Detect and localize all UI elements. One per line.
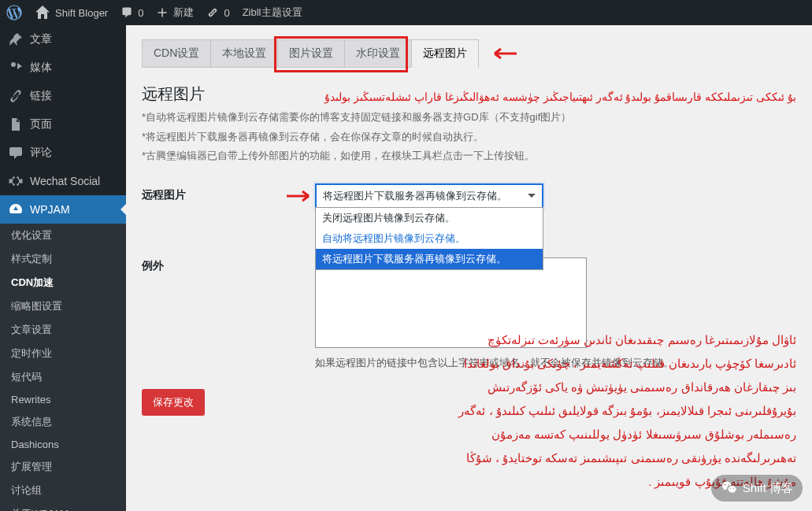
annotation-ug-paragraph: ئاۋال مۇلازىمىتىرغا رەسىم چىقىدىغان ئاند…	[458, 328, 796, 494]
tab-watermark[interactable]: 水印设置	[344, 39, 412, 68]
submenu-item[interactable]: 缩略图设置	[0, 294, 126, 318]
sidebar-item-links[interactable]: 链接	[0, 82, 126, 110]
sidebar-submenu: 优化设置 样式定制 CDN加速 缩略图设置 文章设置 定时作业 短代码 Rewr…	[0, 224, 126, 511]
pin-icon	[8, 31, 24, 47]
new-button[interactable]: 新建	[150, 0, 200, 25]
save-button[interactable]: 保存更改	[142, 389, 205, 416]
submenu-item[interactable]: 系统信息	[0, 410, 126, 434]
submenu-item[interactable]: 扩展管理	[0, 455, 126, 479]
sidebar-item-label: 文章	[30, 32, 52, 46]
sidebar-item-label: 评论	[30, 146, 52, 160]
comments-count: 0	[138, 7, 143, 19]
section-notes: 自动将远程图片镜像到云存储需要你的博客支持固定链接和服务器支持GD库（不支持gi…	[142, 108, 796, 166]
remote-image-select[interactable]: 将远程图片下载服务器再镜像到云存储。 关闭远程图片镜像到云存储。 自动将远程图片…	[315, 183, 543, 209]
select-option[interactable]: 关闭远程图片镜像到云存储。	[316, 208, 543, 228]
sidebar-item-label: 媒体	[30, 61, 52, 75]
submenu-item[interactable]: Rewrites	[0, 389, 126, 410]
submenu-item[interactable]: 样式定制	[0, 247, 126, 271]
gear-icon	[8, 173, 24, 189]
form-label: 例外	[142, 254, 315, 273]
submenu-item[interactable]: 讨论组	[0, 479, 126, 502]
sidebar-item-pages[interactable]: 页面	[0, 110, 126, 139]
wechat-icon	[721, 480, 738, 497]
sidebar-item-comments[interactable]: 评论	[0, 139, 126, 167]
submenu-item[interactable]: 定时作业	[0, 342, 126, 365]
gauge-icon	[8, 202, 24, 217]
wp-logo[interactable]	[0, 0, 28, 25]
sidebar-item-wechat[interactable]: Wechat Social	[0, 167, 126, 195]
comment-icon	[121, 6, 133, 19]
select-dropdown: 关闭远程图片镜像到云存储。 自动将远程图片镜像到云存储。 将远程图片下载服务器再…	[315, 207, 543, 270]
sidebar-item-posts[interactable]: 文章	[0, 25, 126, 54]
zibll-label: Zibll主题设置	[243, 6, 302, 20]
annotation-ug-top: بۇ ئىككى تىزىملىككە قارىساقمۇ بولىدۇ ئەگ…	[219, 91, 796, 103]
link-icon	[206, 6, 219, 19]
plus-icon	[156, 6, 169, 19]
submenu-item-cdn[interactable]: CDN加速	[0, 271, 126, 294]
sidebar-item-label: 页面	[30, 117, 52, 131]
main-content: CDN设置 本地设置 图片设置 水印设置 远程图片 远程图片 بۇ ئىككى …	[126, 25, 812, 511]
site-name-label: Shift Bloger	[55, 7, 108, 19]
form-label: 远程图片	[142, 183, 315, 202]
form-row-remote: 远程图片 将远程图片下载服务器再镜像到云存储。 关闭远程图片镜像到云存储。 自动…	[142, 183, 796, 209]
note-line: 古腾堡编辑器已自带上传外部图片的功能，如使用，在模块工具栏点击一下上传按钮。	[142, 146, 796, 166]
zibll-theme-settings[interactable]: Zibll主题设置	[236, 0, 309, 25]
section-title: 远程图片	[142, 83, 205, 105]
home-icon	[35, 5, 50, 20]
comments-link[interactable]: 0	[114, 0, 150, 25]
site-name[interactable]: Shift Bloger	[28, 0, 114, 25]
select-current-value[interactable]: 将远程图片下载服务器再镜像到云存储。	[317, 185, 542, 207]
submenu-item[interactable]: 短代码	[0, 365, 126, 389]
select-option[interactable]: 将远程图片下载服务器再镜像到云存储。	[316, 249, 543, 269]
submenu-item[interactable]: 关于WPJAM	[0, 502, 126, 511]
select-option[interactable]: 自动将远程图片镜像到云存储。	[316, 228, 543, 249]
submenu-item[interactable]: 优化设置	[0, 224, 126, 247]
comment-icon	[8, 145, 24, 161]
tab-cdn[interactable]: CDN设置	[142, 39, 211, 68]
link-icon	[8, 88, 24, 104]
sidebar-item-label: WPJAM	[30, 203, 70, 216]
admin-bar: Shift Bloger 0 新建 0 Zibll主题设置	[0, 0, 812, 25]
note-line: 将远程图片下载服务器再镜像到云存储，会在你保存文章的时候自动执行。	[142, 128, 796, 147]
wechat-badge-label: Shift 博客	[743, 481, 793, 496]
tab-bar: CDN设置 本地设置 图片设置 水印设置 远程图片	[142, 39, 796, 68]
submenu-item[interactable]: Dashicons	[0, 434, 126, 455]
submenu-item[interactable]: 文章设置	[0, 318, 126, 342]
note-line: 自动将远程图片镜像到云存储需要你的博客支持固定链接和服务器支持GD库（不支持gi…	[142, 108, 796, 128]
tab-image[interactable]: 图片设置	[277, 39, 345, 68]
annotation-arrow-icon	[487, 44, 518, 63]
links-link[interactable]: 0	[200, 0, 235, 25]
new-label: 新建	[173, 6, 194, 20]
wordpress-icon	[6, 5, 22, 20]
page-icon	[8, 117, 24, 132]
admin-sidebar: 文章 媒体 链接 页面 评论 Wechat Social WPJAM 优化设置 …	[0, 25, 126, 511]
sidebar-item-wpjam[interactable]: WPJAM	[0, 195, 126, 224]
svg-point-0	[11, 62, 16, 67]
links-count: 0	[224, 7, 229, 19]
sidebar-item-label: Wechat Social	[30, 175, 100, 187]
wechat-badge: Shift 博客	[711, 475, 803, 502]
tab-local[interactable]: 本地设置	[210, 39, 278, 68]
sidebar-item-label: 链接	[30, 89, 52, 103]
tab-remote[interactable]: 远程图片	[411, 39, 479, 68]
media-icon	[8, 60, 24, 76]
sidebar-item-media[interactable]: 媒体	[0, 54, 126, 82]
